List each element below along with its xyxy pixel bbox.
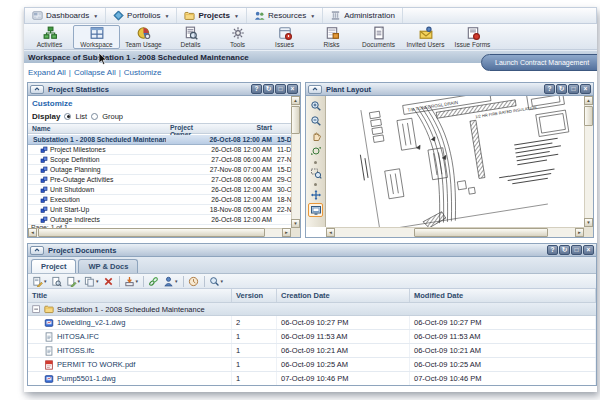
display-list-radio[interactable] (64, 113, 71, 120)
panel-help-button[interactable]: ? (251, 84, 262, 94)
table-row[interactable]: Outage Planning27-Nov-08 07:00 AM15-D (28, 165, 291, 175)
scrollbar-corner (291, 228, 300, 237)
table-row[interactable]: PERMIT TO WORK.pdf106-Oct-09 10:25 AM06-… (28, 358, 596, 372)
wbs-icon (40, 146, 48, 154)
menu-item-administration[interactable]: Administration (323, 8, 403, 23)
tab-project[interactable]: Project (31, 259, 76, 273)
expand-all-link[interactable]: Expand All (28, 68, 66, 77)
column-header-clipped (272, 124, 291, 133)
drawing-viewport[interactable]: T/B TONEDROSL DRAIN 1/2 HR FIRE RATED IN… (326, 96, 584, 227)
scroll-left-button[interactable]: ◄ (28, 228, 37, 237)
link-document-button[interactable] (148, 276, 159, 287)
pan-tool-button[interactable] (308, 129, 323, 143)
scrollbar-thumb[interactable] (38, 228, 265, 237)
column-header-project-owner[interactable]: Project Owner (166, 124, 208, 133)
scroll-down-button[interactable]: ▼ (291, 219, 300, 228)
launch-contract-management-button[interactable]: Launch Contract Management (481, 54, 597, 71)
panel-close-button[interactable]: × (583, 245, 594, 255)
toolbar-item-team-usage[interactable]: Team Usage (120, 25, 167, 49)
edit-document-button[interactable]: ▾ (66, 276, 81, 287)
scroll-left-button[interactable]: ◄ (326, 228, 335, 237)
check-out-button[interactable]: ▾ (84, 276, 99, 287)
fit-view-tool-button[interactable] (308, 203, 323, 217)
panel-refresh-button[interactable]: ↻ (556, 84, 567, 94)
zoom-window-tool-button[interactable] (308, 166, 323, 180)
menu-item-projects[interactable]: Projects▼ (177, 8, 247, 23)
column-header-name[interactable]: Name (28, 124, 166, 133)
table-row[interactable]: HITOSS.ifc106-Oct-09 10:21 AM06-Oct-09 1… (28, 344, 596, 358)
table-row[interactable]: Substation 1 - 2008 Scheduled Maintenanc… (28, 135, 291, 145)
table-row[interactable]: Unit Start-Up18-Nov-08 05:00 AM22-N (28, 205, 291, 215)
panel-help-button[interactable]: ? (544, 84, 555, 94)
table-row[interactable]: HITOSA.IFC106-Oct-09 11:53 AM06-Oct-09 1… (28, 330, 596, 344)
documents-group-row[interactable]: Substation 1 - 2008 Scheduled Maintenanc… (28, 303, 596, 316)
table-row[interactable]: Project Milestones26-Oct-08 12:00 AM11-D (28, 145, 291, 155)
customize-link[interactable]: Customize (124, 68, 162, 77)
table-row[interactable]: 10welding_v2-1.dwg206-Oct-09 10:27 PM06-… (28, 316, 596, 330)
scroll-right-button[interactable]: ► (282, 228, 291, 237)
zoom-in-tool-button[interactable] (308, 99, 323, 113)
toolbar-item-tools[interactable]: Tools (214, 25, 261, 49)
panel-refresh-button[interactable]: ↻ (559, 245, 570, 255)
project-statistics-header: Project Statistics ?↻□× (28, 83, 300, 96)
zoom-extents-tool-button[interactable] (308, 144, 323, 158)
table-row[interactable]: Pre-Outage Activities27-Oct-08 06:00 AM2… (28, 175, 291, 185)
scroll-up-button[interactable]: ▲ (291, 96, 300, 105)
download-button[interactable]: ▾ (124, 276, 139, 287)
panel-window-buttons: ?↻□× (546, 245, 594, 255)
add-document-button[interactable]: ▾ (32, 276, 47, 287)
scroll-up-button[interactable]: ▲ (584, 96, 593, 105)
scroll-right-button[interactable]: ► (575, 228, 584, 237)
column-header-modified-date[interactable]: Modified Date (410, 289, 596, 302)
toolbar-item-issue-forms[interactable]: Issue Forms (449, 25, 496, 49)
table-row[interactable]: Unit Shutdown26-Oct-08 12:00 AM30-O (28, 185, 291, 195)
menu-item-dashboards[interactable]: Dashboards▼ (25, 8, 106, 23)
column-header-title[interactable]: Title (28, 289, 232, 302)
customize-link[interactable]: Customize (32, 99, 72, 108)
view-document-button[interactable] (51, 276, 62, 287)
panel-help-button[interactable]: ? (547, 245, 558, 255)
zoom-out-icon (310, 115, 322, 127)
toolbar-item-invited-users[interactable]: Invited Users (402, 25, 449, 49)
menu-item-portfolios[interactable]: Portfolios▼ (106, 8, 177, 23)
assign-user-button[interactable]: ▾ (163, 276, 178, 287)
menu-item-resources[interactable]: Resources▼ (247, 8, 323, 23)
table-row[interactable]: Execution26-Oct-08 12:00 AM18-N (28, 195, 291, 205)
toolbar-item-documents[interactable]: Documents (355, 25, 402, 49)
panel-close-button[interactable]: × (580, 84, 591, 94)
collapse-panel-button[interactable] (30, 85, 44, 94)
collapse-panel-button[interactable] (30, 246, 44, 255)
panel-close-button[interactable]: × (287, 84, 298, 94)
move-tool-button[interactable] (308, 188, 323, 202)
panel-refresh-button[interactable]: ↻ (263, 84, 274, 94)
assign-user-icon (163, 276, 174, 287)
scrollbar-thumb[interactable] (414, 228, 548, 237)
toolbar-item-issues[interactable]: Issues (261, 25, 308, 49)
collapse-panel-button[interactable] (308, 85, 322, 94)
collapse-all-link[interactable]: Collapse All (74, 68, 116, 77)
scroll-down-button[interactable]: ▼ (584, 218, 593, 227)
search-button[interactable]: ▾ (209, 276, 224, 287)
column-header-creation-date[interactable]: Creation Date (277, 289, 410, 302)
table-row[interactable]: Scope Definition27-Oct-08 06:00 AM27-N (28, 155, 291, 165)
panel-restore-button[interactable]: □ (568, 84, 579, 94)
scrollbar-thumb[interactable] (291, 106, 300, 134)
row-name-cell: Outage Planning (28, 166, 166, 174)
display-group-radio[interactable] (91, 113, 98, 120)
toolbar-item-details[interactable]: Details (167, 25, 214, 49)
panel-restore-button[interactable]: □ (571, 245, 582, 255)
toolbar-item-workspace[interactable]: Workspace (73, 25, 120, 49)
column-header-version[interactable]: Version (232, 289, 277, 302)
history-button[interactable] (188, 276, 199, 287)
toolbar-item-risks[interactable]: Risks (308, 25, 355, 49)
toolbar-item-activities[interactable]: Activities (26, 25, 73, 49)
table-row[interactable]: Pump5501-1.dwg107-Oct-09 10:46 PM07-Oct-… (28, 372, 596, 385)
tab-wp-docs[interactable]: WP & Docs (78, 259, 138, 273)
delete-button[interactable] (103, 276, 114, 287)
scrollbar-thumb[interactable] (584, 106, 593, 126)
row-modified-cell: 06-Oct-09 11:53 AM (410, 330, 596, 343)
column-header-start[interactable]: Start (208, 124, 272, 133)
zoom-out-tool-button[interactable] (308, 114, 323, 128)
panel-restore-button[interactable]: □ (275, 84, 286, 94)
row-title-cell: Pump5501-1.dwg (28, 372, 232, 385)
